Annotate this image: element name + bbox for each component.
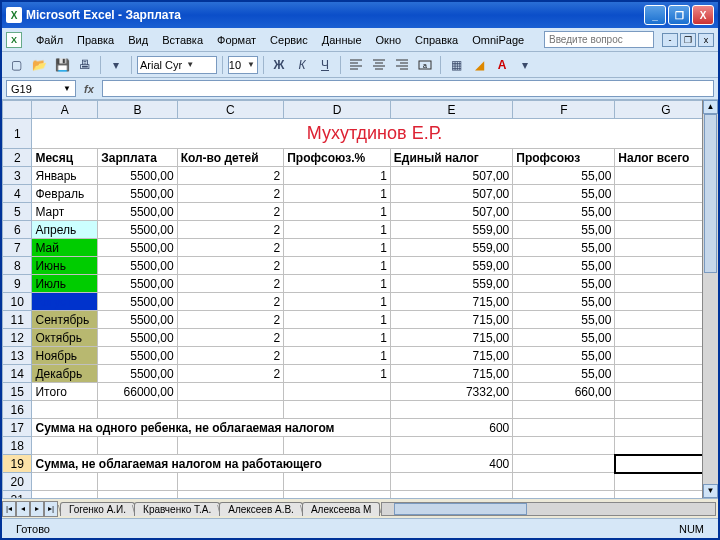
cell[interactable]: Июль	[32, 275, 98, 293]
row-header[interactable]: 3	[3, 167, 32, 185]
save-button[interactable]: 💾	[52, 55, 72, 75]
menu-file[interactable]: Файл	[30, 32, 69, 48]
cell[interactable]: 1	[284, 365, 391, 383]
cell[interactable]: 1	[284, 311, 391, 329]
cell[interactable]: 2	[177, 311, 284, 329]
cell[interactable]: 7332,00	[390, 383, 512, 401]
cell[interactable]: 660,00	[513, 383, 615, 401]
cell[interactable]: Зарплата	[98, 149, 177, 167]
row-header[interactable]: 20	[3, 473, 32, 491]
cell[interactable]: 1	[284, 239, 391, 257]
scroll-down-icon[interactable]: ▼	[703, 484, 718, 498]
cell[interactable]: 5500,00	[98, 203, 177, 221]
menu-window[interactable]: Окно	[370, 32, 408, 48]
cell[interactable]: 559,00	[390, 275, 512, 293]
cell[interactable]: 2	[177, 329, 284, 347]
close-button[interactable]: X	[692, 5, 714, 25]
cell[interactable]	[177, 401, 284, 419]
cell[interactable]: 1	[284, 221, 391, 239]
cell[interactable]: 55,00	[513, 347, 615, 365]
name-box[interactable]: G19▼	[6, 80, 76, 97]
menu-data[interactable]: Данные	[316, 32, 368, 48]
row-header[interactable]: 17	[3, 419, 32, 437]
cell[interactable]	[284, 383, 391, 401]
row-header[interactable]: 1	[3, 119, 32, 149]
cell[interactable]: 5500,00	[98, 275, 177, 293]
cell[interactable]: 55,00	[513, 257, 615, 275]
cell[interactable]: 2	[177, 257, 284, 275]
cell[interactable]: 715,00	[390, 293, 512, 311]
cell[interactable]	[513, 473, 615, 491]
cell[interactable]: 55,00	[513, 167, 615, 185]
cell[interactable]: 2	[177, 347, 284, 365]
menu-format[interactable]: Формат	[211, 32, 262, 48]
cell[interactable]: 559,00	[390, 221, 512, 239]
cell[interactable]: 55,00	[513, 329, 615, 347]
cell[interactable]: Октябрь	[32, 329, 98, 347]
row-header[interactable]: 8	[3, 257, 32, 275]
cell[interactable]	[513, 455, 615, 473]
cell[interactable]	[98, 473, 177, 491]
cell[interactable]: 507,00	[390, 185, 512, 203]
row-header[interactable]: 4	[3, 185, 32, 203]
cell[interactable]: 5500,00	[98, 365, 177, 383]
italic-button[interactable]: К	[292, 55, 312, 75]
cell[interactable]: 55,00	[513, 311, 615, 329]
cell[interactable]	[284, 491, 391, 499]
col-header-B[interactable]: B	[98, 101, 177, 119]
cell[interactable]	[177, 473, 284, 491]
cell[interactable]	[390, 491, 512, 499]
cell[interactable]: 55,00	[513, 185, 615, 203]
cell[interactable]: Сентябрь	[32, 311, 98, 329]
cell[interactable]: 715,00	[390, 311, 512, 329]
doc-close-button[interactable]: x	[698, 33, 714, 47]
cell[interactable]: Июнь	[32, 257, 98, 275]
formula-input[interactable]	[102, 80, 714, 97]
doc-restore-button[interactable]: ❐	[680, 33, 696, 47]
horizontal-scroll-thumb[interactable]	[394, 503, 527, 515]
tab-first-button[interactable]: |◂	[2, 501, 16, 517]
row-header[interactable]: 14	[3, 365, 32, 383]
cell[interactable]	[98, 491, 177, 499]
cell[interactable]	[32, 491, 98, 499]
menu-help[interactable]: Справка	[409, 32, 464, 48]
align-right-button[interactable]	[392, 55, 412, 75]
font-name-select[interactable]: Arial Cyr▼	[137, 56, 217, 74]
font-color-button[interactable]: A	[492, 55, 512, 75]
cell[interactable]: 5500,00	[98, 239, 177, 257]
fill-color-button[interactable]: ◢	[469, 55, 489, 75]
row-header[interactable]: 9	[3, 275, 32, 293]
cell[interactable]: 55,00	[513, 365, 615, 383]
cell[interactable]: 5500,00	[98, 185, 177, 203]
cell[interactable]: 2	[177, 167, 284, 185]
new-button[interactable]: ▢	[6, 55, 26, 75]
row-header[interactable]: 7	[3, 239, 32, 257]
underline-button[interactable]: Ч	[315, 55, 335, 75]
cell[interactable]: 1	[284, 293, 391, 311]
menu-edit[interactable]: Правка	[71, 32, 120, 48]
cell[interactable]	[390, 401, 512, 419]
cell[interactable]: 55,00	[513, 293, 615, 311]
doc-minimize-button[interactable]: -	[662, 33, 678, 47]
align-center-button[interactable]	[369, 55, 389, 75]
cell[interactable]	[98, 401, 177, 419]
row-header[interactable]: 19	[3, 455, 32, 473]
cell[interactable]: 1	[284, 185, 391, 203]
cell[interactable]: 5500,00	[98, 329, 177, 347]
cell[interactable]: Месяц	[32, 149, 98, 167]
cell[interactable]: 507,00	[390, 167, 512, 185]
cell[interactable]	[32, 401, 98, 419]
cell[interactable]: 5500,00	[98, 293, 177, 311]
cell[interactable]: Февраль	[32, 185, 98, 203]
menu-omnipage[interactable]: OmniPage	[466, 32, 530, 48]
cell[interactable]	[177, 491, 284, 499]
vertical-scrollbar[interactable]: ▲ ▼	[702, 100, 718, 498]
sheet-tab[interactable]: Гогенко А.И.	[60, 502, 135, 516]
cell[interactable]: 55,00	[513, 203, 615, 221]
cell[interactable]	[284, 401, 391, 419]
row-header[interactable]: 5	[3, 203, 32, 221]
row-header[interactable]: 13	[3, 347, 32, 365]
minimize-button[interactable]: _	[644, 5, 666, 25]
cell[interactable]: Май	[32, 239, 98, 257]
row-header[interactable]: 2	[3, 149, 32, 167]
